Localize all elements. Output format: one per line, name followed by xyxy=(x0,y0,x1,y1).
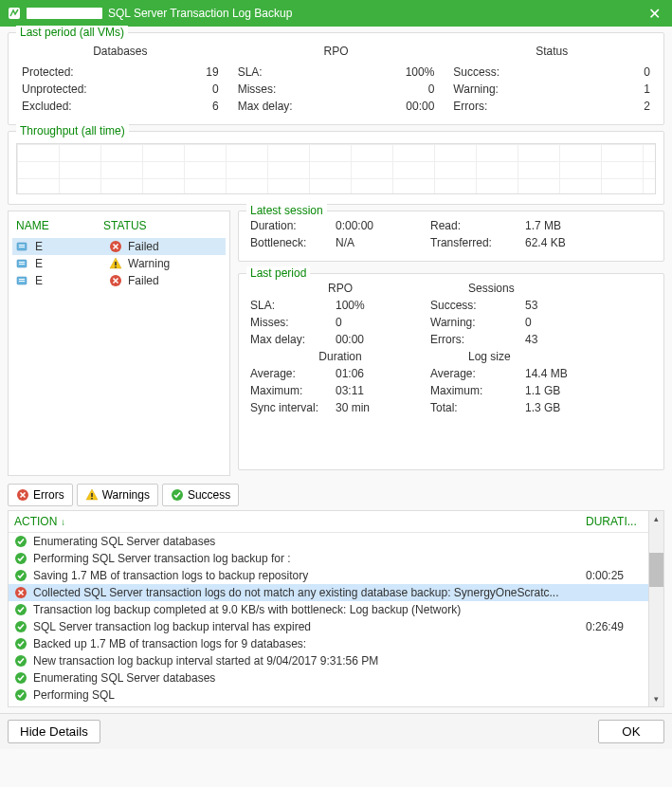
vm-row[interactable]: EWarning xyxy=(12,255,226,272)
lp-total-value: 1.3 GB xyxy=(525,401,652,414)
lp-sessions-header: Sessions xyxy=(430,282,652,295)
log-row[interactable]: Performing SQL xyxy=(9,686,648,704)
success-value: 0 xyxy=(644,65,650,79)
ok-button[interactable]: OK xyxy=(598,720,664,743)
error-icon xyxy=(109,274,122,287)
ls-read-value: 1.7 MB xyxy=(525,219,652,232)
lp-size-max-label: Maximum: xyxy=(430,384,525,397)
lp-dur-avg-value: 01:06 xyxy=(336,367,430,380)
log-row[interactable]: Performing SQL Server transaction log ba… xyxy=(9,550,648,567)
log-row[interactable]: Backed up 1.7 MB of transaction logs for… xyxy=(9,635,648,652)
filter-errors-label: Errors xyxy=(33,488,64,502)
protected-value: 19 xyxy=(206,65,218,79)
log-duration: 0:26:49 xyxy=(586,620,643,633)
filter-success-button[interactable]: Success xyxy=(162,484,239,506)
log-action-header[interactable]: ACTION ↓ xyxy=(14,515,586,528)
last-period-detail-group: Last period RPO Sessions SLA: 100% Succe… xyxy=(238,273,664,470)
errors-label: Errors: xyxy=(453,100,487,113)
warning-icon xyxy=(85,488,99,502)
success-icon xyxy=(14,688,27,702)
close-icon[interactable]: ✕ xyxy=(645,5,664,23)
lp-maxdelay-label: Max delay: xyxy=(250,333,336,346)
success-icon xyxy=(14,569,27,582)
lp-title: Last period xyxy=(246,266,310,280)
hide-details-button[interactable]: Hide Details xyxy=(8,720,100,743)
filter-warnings-button[interactable]: Warnings xyxy=(77,484,158,506)
throughput-chart xyxy=(16,143,656,194)
log-text: Performing SQL Server transaction log ba… xyxy=(33,552,580,565)
log-text: Performing SQL xyxy=(33,688,580,702)
warning-icon xyxy=(109,257,122,270)
throughput-group: Throughput (all time) xyxy=(8,131,664,205)
lp-warning-label: Warning: xyxy=(430,316,525,329)
scroll-thumb[interactable] xyxy=(649,553,663,587)
success-icon xyxy=(14,603,27,616)
lp-logsize-header: Log size xyxy=(430,350,652,363)
success-icon xyxy=(14,535,27,548)
log-row[interactable]: SQL Server transaction log backup interv… xyxy=(9,618,648,635)
log-row[interactable]: Enumerating SQL Server databases xyxy=(9,669,648,686)
server-icon xyxy=(16,257,29,270)
rpo-header: RPO xyxy=(232,45,441,58)
vm-row[interactable]: EFailed xyxy=(12,238,226,255)
ls-duration-label: Duration: xyxy=(250,219,336,232)
success-label: Success: xyxy=(453,65,499,79)
error-icon xyxy=(16,488,29,502)
log-duration-header[interactable]: DURATI... xyxy=(586,515,643,528)
lp-sync-label: Sync interval: xyxy=(250,401,336,414)
vmlist-name-header[interactable]: NAME xyxy=(16,219,103,232)
lp-duration-header: Duration xyxy=(250,350,430,363)
lp-dur-max-label: Maximum: xyxy=(250,384,336,397)
log-text: Saving 1.7 MB of transaction logs to bac… xyxy=(33,569,580,582)
latest-session-title: Latest session xyxy=(246,204,327,217)
unprotected-value: 0 xyxy=(212,82,219,96)
warning-value: 1 xyxy=(644,82,650,96)
scroll-up-icon[interactable]: ▴ xyxy=(649,511,663,526)
lp-sla-label: SLA: xyxy=(250,299,336,312)
success-icon xyxy=(171,488,184,502)
lp-total-label: Total: xyxy=(430,401,525,414)
throughput-title: Throughput (all time) xyxy=(16,124,129,137)
vm-row[interactable]: EFailed xyxy=(12,272,226,289)
warning-label: Warning: xyxy=(453,82,499,96)
lp-size-avg-value: 14.4 MB xyxy=(525,367,652,380)
log-text: New transaction log backup interval star… xyxy=(33,654,580,668)
filter-warnings-label: Warnings xyxy=(102,488,150,502)
log-area: ACTION ↓ DURATI... Enumerating SQL Serve… xyxy=(8,510,664,707)
lp-errors-value: 43 xyxy=(525,333,652,346)
log-duration: 0:00:25 xyxy=(586,569,643,582)
filter-errors-button[interactable]: Errors xyxy=(8,484,73,506)
log-text: SQL Server transaction log backup interv… xyxy=(33,620,580,633)
vm-list[interactable]: NAME STATUS EFailedEWarningEFailed xyxy=(8,210,230,476)
vm-status: Failed xyxy=(128,274,159,287)
log-text: Enumerating SQL Server databases xyxy=(33,535,580,548)
lp-rpo-header: RPO xyxy=(250,282,430,295)
log-row[interactable]: Saving 1.7 MB of transaction logs to bac… xyxy=(9,567,648,584)
misses-label: Misses: xyxy=(238,82,277,96)
sort-down-icon: ↓ xyxy=(61,517,65,527)
vm-name: E xyxy=(35,240,43,253)
filter-success-label: Success xyxy=(188,488,230,502)
lp-warning-value: 0 xyxy=(525,316,652,329)
log-row[interactable]: Collected SQL Server transaction logs do… xyxy=(9,584,648,601)
lp-success-label: Success: xyxy=(430,299,525,312)
sla-label: SLA: xyxy=(238,65,263,79)
log-row[interactable]: Transaction log backup completed at 9.0 … xyxy=(9,601,648,618)
server-icon xyxy=(16,274,29,287)
vmlist-status-header[interactable]: STATUS xyxy=(103,219,147,232)
scroll-down-icon[interactable]: ▾ xyxy=(649,691,663,706)
error-icon xyxy=(109,240,122,253)
ls-bottleneck-label: Bottleneck: xyxy=(250,236,336,249)
log-text: Backed up 1.7 MB of transaction logs for… xyxy=(33,637,580,650)
lp-misses-value: 0 xyxy=(336,316,430,329)
vm-name: E xyxy=(35,274,43,287)
log-row[interactable]: Enumerating SQL Server databases xyxy=(9,533,648,550)
lp-success-value: 53 xyxy=(525,299,652,312)
sla-value: 100% xyxy=(406,65,435,79)
log-row[interactable]: New transaction log backup interval star… xyxy=(9,652,648,669)
log-text: Collected SQL Server transaction logs do… xyxy=(33,586,580,599)
scrollbar[interactable]: ▴ ▾ xyxy=(648,511,663,706)
status-header: Status xyxy=(447,45,656,58)
server-name-redacted xyxy=(27,8,102,19)
last-period-title: Last period (all VMs) xyxy=(16,26,128,39)
